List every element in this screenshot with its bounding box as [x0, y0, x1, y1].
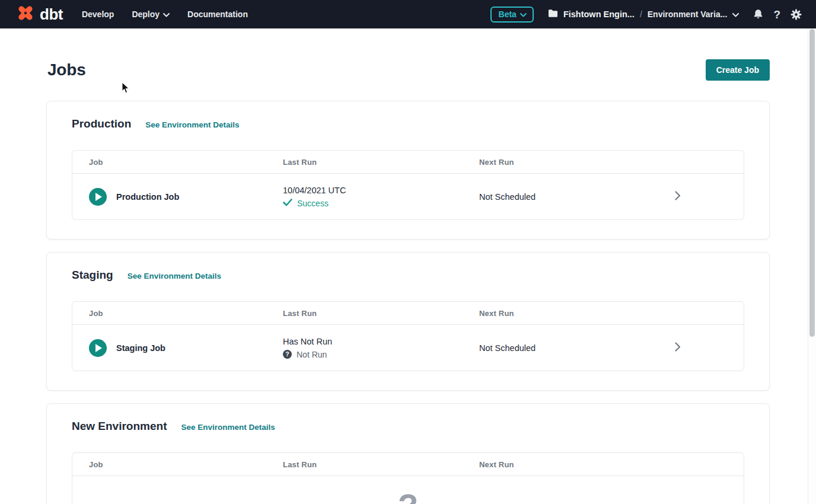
last-run-date: 10/04/2021 UTC	[283, 184, 479, 196]
column-header-job: Job	[72, 309, 283, 318]
empty-state-question-icon: ?	[398, 476, 418, 504]
job-row-production[interactable]: Production Job 10/04/2021 UTC Success No…	[72, 174, 744, 219]
environment-card-staging: Staging See Environment Details Job Last…	[46, 252, 770, 391]
jobs-table-header: Job Last Run Next Run	[72, 151, 744, 174]
next-run-value: Not Scheduled	[479, 343, 675, 353]
jobs-table: Job Last Run Next Run Production Job 10/…	[72, 150, 744, 220]
chevron-down-icon	[520, 9, 527, 19]
jobs-table-header: Job Last Run Next Run	[72, 302, 744, 325]
empty-jobs-state: ?	[72, 476, 744, 504]
jobs-table: Job Last Run Next Run ?	[72, 452, 744, 504]
app-root: dbt Develop Deploy Documentation Beta	[0, 0, 816, 504]
help-icon[interactable]: ?	[773, 9, 780, 20]
environment-name: New Environment	[72, 420, 167, 433]
chevron-right-icon[interactable]	[675, 342, 681, 353]
last-run-status: Success	[283, 197, 479, 209]
create-job-button[interactable]: Create Job	[706, 59, 770, 81]
environment-name: Production	[72, 117, 131, 130]
scrollbar-track[interactable]	[808, 28, 816, 504]
column-header-next-run: Next Run	[479, 158, 675, 167]
page-title: Jobs	[47, 60, 86, 79]
column-header-last-run: Last Run	[283, 460, 479, 469]
breadcrumb-project[interactable]: Fishtown Engin...	[563, 9, 635, 19]
nav-deploy[interactable]: Deploy	[132, 9, 170, 19]
play-icon	[95, 193, 102, 201]
see-environment-details-link[interactable]: See Environment Details	[181, 423, 275, 432]
job-name: Staging Job	[116, 343, 165, 353]
column-header-job: Job	[72, 460, 283, 469]
success-check-icon	[283, 197, 292, 209]
main-content: Jobs Create Job Production See Environme…	[0, 28, 816, 504]
question-circle-icon: ?	[283, 350, 292, 359]
status-label: Not Run	[297, 349, 327, 361]
see-environment-details-link[interactable]: See Environment Details	[145, 120, 239, 129]
breadcrumb-separator: /	[640, 9, 642, 19]
scrollbar-thumb[interactable]	[809, 29, 815, 337]
job-name: Production Job	[116, 192, 179, 202]
jobs-table: Job Last Run Next Run Staging Job Has No…	[72, 301, 744, 371]
settings-gear-icon[interactable]	[791, 9, 802, 20]
last-run-status: ? Not Run	[283, 349, 479, 361]
environment-card-new-environment: New Environment See Environment Details …	[46, 403, 770, 504]
environment-card-production: Production See Environment Details Job L…	[46, 101, 770, 240]
breadcrumb[interactable]: Fishtown Engin... / Environment Varia...	[548, 9, 740, 20]
nav-develop[interactable]: Develop	[82, 9, 114, 19]
status-label: Success	[297, 197, 329, 209]
notifications-bell-icon[interactable]	[753, 9, 763, 20]
column-header-last-run: Last Run	[283, 158, 479, 167]
folder-icon	[548, 9, 558, 20]
chevron-down-icon	[163, 9, 170, 19]
navbar-right: Beta Fishtown Engin... / Environment Var…	[490, 7, 802, 23]
beta-label: Beta	[499, 9, 517, 19]
dbt-logo[interactable]: dbt	[15, 3, 63, 25]
breadcrumb-page[interactable]: Environment Varia...	[648, 9, 728, 19]
next-run-value: Not Scheduled	[479, 192, 675, 202]
run-job-button[interactable]	[89, 339, 107, 357]
job-row-staging[interactable]: Staging Job Has Not Run ? Not Run Not Sc…	[72, 325, 744, 371]
last-run-date: Has Not Run	[283, 336, 479, 347]
top-navbar: dbt Develop Deploy Documentation Beta	[0, 0, 816, 28]
environment-name: Staging	[72, 269, 113, 282]
column-header-next-run: Next Run	[479, 309, 675, 318]
dbt-logo-text: dbt	[40, 7, 63, 22]
column-header-job: Job	[72, 158, 283, 167]
beta-selector[interactable]: Beta	[490, 7, 534, 23]
column-header-last-run: Last Run	[283, 309, 479, 318]
dbt-logo-icon	[15, 3, 36, 25]
column-header-next-run: Next Run	[479, 460, 675, 469]
nav-deploy-label: Deploy	[132, 9, 160, 19]
play-icon	[95, 344, 102, 352]
navbar-icons: ?	[753, 9, 802, 20]
nav-documentation[interactable]: Documentation	[187, 9, 248, 19]
chevron-down-icon	[732, 9, 739, 20]
run-job-button[interactable]	[89, 188, 107, 206]
see-environment-details-link[interactable]: See Environment Details	[128, 272, 221, 280]
main-nav: Develop Deploy Documentation	[82, 9, 248, 19]
jobs-table-header: Job Last Run Next Run	[72, 453, 744, 476]
chevron-right-icon[interactable]	[675, 191, 681, 202]
